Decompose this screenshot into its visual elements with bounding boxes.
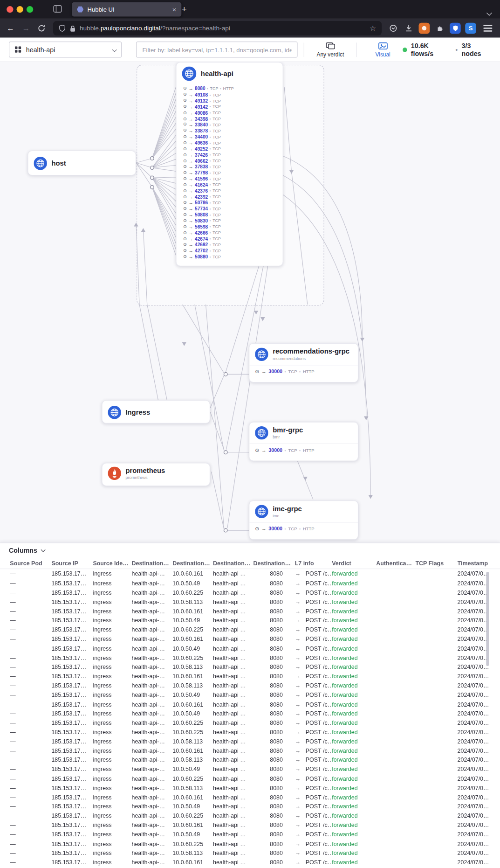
table-row[interactable]: —185.153.17…ingresshealth-api-…10.0.58.1… xyxy=(0,736,500,746)
port-row[interactable]: ⊙→41596▪TCP xyxy=(183,176,283,182)
table-row[interactable]: —185.153.17…ingresshealth-api-…10.0.50.4… xyxy=(0,616,500,625)
table-row[interactable]: —185.153.17…ingresshealth-api-…10.0.60.2… xyxy=(0,588,500,597)
table-row[interactable]: —185.153.17…ingresshealth-api-…10.0.58.1… xyxy=(0,597,500,606)
table-row[interactable]: —185.153.17…ingresshealth-api-…10.0.50.4… xyxy=(0,644,500,653)
port-row[interactable]: ⊙→42674▪TCP xyxy=(183,236,283,242)
table-row[interactable]: —185.153.17…ingresshealth-api-…10.0.60.2… xyxy=(0,625,500,634)
port-row[interactable]: ⊙→50808▪TCP xyxy=(183,212,283,218)
port-row[interactable]: ⊙→41624▪TCP xyxy=(183,182,283,188)
table-row[interactable]: —185.153.17…ingresshealth-api-…10.0.60.1… xyxy=(0,569,500,578)
table-row[interactable]: —185.153.17…ingresshealth-api-…10.0.50.4… xyxy=(0,802,500,811)
table-row[interactable]: —185.153.17…ingresshealth-api-…10.0.60.2… xyxy=(0,774,500,783)
column-header[interactable]: Destination… xyxy=(131,560,172,566)
table-row[interactable]: —185.153.17…ingresshealth-api-…10.0.58.1… xyxy=(0,681,500,690)
port-row[interactable]: ⊙→49662▪TCP xyxy=(183,158,283,164)
port-row[interactable]: ⊙→49108▪TCP xyxy=(183,92,283,98)
reload-button[interactable] xyxy=(34,21,49,35)
port-row[interactable]: ⊙→56598▪TCP xyxy=(183,224,283,230)
port-row[interactable]: ⊙→50786▪TCP xyxy=(183,200,283,206)
window-close-button[interactable] xyxy=(7,6,13,13)
column-header[interactable]: Destination… xyxy=(253,560,295,566)
extensions-puzzle-icon[interactable] xyxy=(432,21,447,35)
shield-extension-icon[interactable] xyxy=(450,23,461,34)
table-row[interactable]: —185.153.17…ingresshealth-api-…10.0.60.1… xyxy=(0,820,500,829)
table-row[interactable]: —185.153.17…ingresshealth-api-…10.0.60.1… xyxy=(0,606,500,616)
table-row[interactable]: —185.153.17…ingresshealth-api-…10.0.58.1… xyxy=(0,783,500,792)
table-row[interactable]: —185.153.17…ingresshealth-api-…10.0.50.4… xyxy=(0,690,500,699)
chevron-down-icon[interactable] xyxy=(41,548,46,552)
table-row[interactable]: —185.153.17…ingresshealth-api-…10.0.60.1… xyxy=(0,634,500,644)
port-row[interactable]: ⊙→42692▪TCP xyxy=(183,242,283,248)
namespace-select[interactable]: health-api xyxy=(9,42,122,57)
port-row[interactable]: ⊙→37426▪TCP xyxy=(183,152,283,158)
lock-icon[interactable] xyxy=(70,25,76,32)
flow-filter-input[interactable] xyxy=(137,42,298,57)
port-row[interactable]: ⊙→49142▪TCP xyxy=(183,104,283,110)
table-row[interactable]: —185.153.17…ingresshealth-api-…10.0.60.1… xyxy=(0,746,500,755)
port-row[interactable]: ⊙→37798▪TCP xyxy=(183,170,283,176)
port-row[interactable]: ⊙→30000▪TCP▪HTTP xyxy=(249,522,358,535)
port-row[interactable]: ⊙→33878▪TCP xyxy=(183,128,283,134)
port-row[interactable]: ⊙→34400▪TCP xyxy=(183,134,283,140)
window-minimize-button[interactable] xyxy=(17,6,23,13)
forward-button[interactable]: → xyxy=(19,21,33,35)
service-node-ingress[interactable]: Ingress xyxy=(102,400,210,424)
table-row[interactable]: —185.153.17…ingresshealth-api-…10.0.60.1… xyxy=(0,857,500,867)
port-row[interactable]: ⊙→42392▪TCP xyxy=(183,194,283,200)
service-node-recommendations-grpc[interactable]: recommendations-grpcrecommendations⊙→300… xyxy=(249,343,358,382)
downloads-icon[interactable] xyxy=(402,21,416,35)
table-row[interactable]: —185.153.17…ingresshealth-api-…10.0.60.2… xyxy=(0,839,500,848)
tab-list-chevron-icon[interactable] xyxy=(487,7,491,17)
view-mode-dropdown[interactable]: Visual xyxy=(363,42,403,57)
port-row[interactable]: ⊙→42666▪TCP xyxy=(183,230,283,236)
column-header[interactable]: Source IP xyxy=(51,560,93,566)
verdict-filter-dropdown[interactable]: Any verdict xyxy=(310,42,350,57)
table-row[interactable]: —185.153.17…ingresshealth-api-…10.0.60.2… xyxy=(0,653,500,662)
table-row[interactable]: —185.153.17…ingresshealth-api-…10.0.60.1… xyxy=(0,699,500,708)
port-row[interactable]: ⊙→33840▪TCP xyxy=(183,122,283,128)
table-row[interactable]: —185.153.17…ingresshealth-api-…10.0.60.2… xyxy=(0,727,500,736)
port-row[interactable]: ⊙→30000▪TCP▪HTTP xyxy=(249,444,358,456)
s-extension-icon[interactable]: S xyxy=(465,23,476,34)
port-row[interactable]: ⊙→50880▪TCP xyxy=(183,254,283,260)
column-header[interactable]: Authentica… xyxy=(376,560,415,566)
back-button[interactable]: ← xyxy=(3,21,18,35)
bookmark-star-icon[interactable]: ☆ xyxy=(370,24,376,33)
port-row[interactable]: ⊙→49636▪TCP xyxy=(183,140,283,146)
port-row[interactable]: ⊙→49132▪TCP xyxy=(183,98,283,104)
port-row[interactable]: ⊙→8080▪TCP▪HTTP xyxy=(183,86,283,92)
column-header[interactable]: L7 info xyxy=(295,560,332,566)
port-row[interactable]: ⊙→42702▪TCP xyxy=(183,248,283,254)
table-row[interactable]: —185.153.17…ingresshealth-api-…10.0.50.4… xyxy=(0,829,500,839)
browser-tab[interactable]: Hubble UI × xyxy=(72,2,181,17)
columns-button[interactable]: Columns xyxy=(9,547,37,555)
port-row[interactable]: ⊙→34398▪TCP xyxy=(183,116,283,122)
service-node-imc-grpc[interactable]: imc-grpcimc⊙→30000▪TCP▪HTTP xyxy=(249,500,358,540)
table-row[interactable]: —185.153.17…ingresshealth-api-…10.0.50.4… xyxy=(0,764,500,774)
table-row[interactable]: —185.153.17…ingresshealth-api-…10.0.50.4… xyxy=(0,578,500,588)
port-row[interactable]: ⊙→42376▪TCP xyxy=(183,188,283,194)
table-row[interactable]: —185.153.17…ingresshealth-api-…10.0.58.1… xyxy=(0,755,500,764)
column-header[interactable]: Timestamp xyxy=(458,560,500,566)
port-row[interactable]: ⊙→57734▪TCP xyxy=(183,206,283,212)
window-zoom-button[interactable] xyxy=(27,6,33,13)
service-node-host[interactable]: host xyxy=(27,151,136,175)
port-row[interactable]: ⊙→49086▪TCP xyxy=(183,110,283,116)
table-row[interactable]: —185.153.17…ingresshealth-api-…10.0.60.2… xyxy=(0,811,500,820)
port-row[interactable]: ⊙→49252▪TCP xyxy=(183,146,283,152)
new-tab-button[interactable]: + xyxy=(178,3,190,15)
column-header[interactable]: Verdict xyxy=(332,560,376,566)
port-row[interactable]: ⊙→37838▪TCP xyxy=(183,164,283,170)
column-header[interactable]: Source Ide… xyxy=(93,560,131,566)
pocket-icon[interactable] xyxy=(386,21,400,35)
column-header[interactable]: Destination… xyxy=(213,560,253,566)
url-bar[interactable]: hubble.pauloponciano.digital/?namespace=… xyxy=(53,21,382,35)
port-row[interactable]: ⊙→30000▪TCP▪HTTP xyxy=(249,365,358,377)
service-node-bmr-grpc[interactable]: bmr-grpcbmr⊙→30000▪TCP▪HTTP xyxy=(249,422,358,461)
tab-close-icon[interactable]: × xyxy=(172,6,177,13)
column-header[interactable]: Source Pod xyxy=(10,560,51,566)
table-row[interactable]: —185.153.17…ingresshealth-api-…10.0.58.1… xyxy=(0,848,500,857)
service-node-health-api[interactable]: health-api ⊙→8080▪TCP▪HTTP⊙→49108▪TCP⊙→4… xyxy=(176,62,283,266)
table-row[interactable]: —185.153.17…ingresshealth-api-…10.0.58.1… xyxy=(0,662,500,672)
column-header[interactable]: TCP Flags xyxy=(415,560,457,566)
